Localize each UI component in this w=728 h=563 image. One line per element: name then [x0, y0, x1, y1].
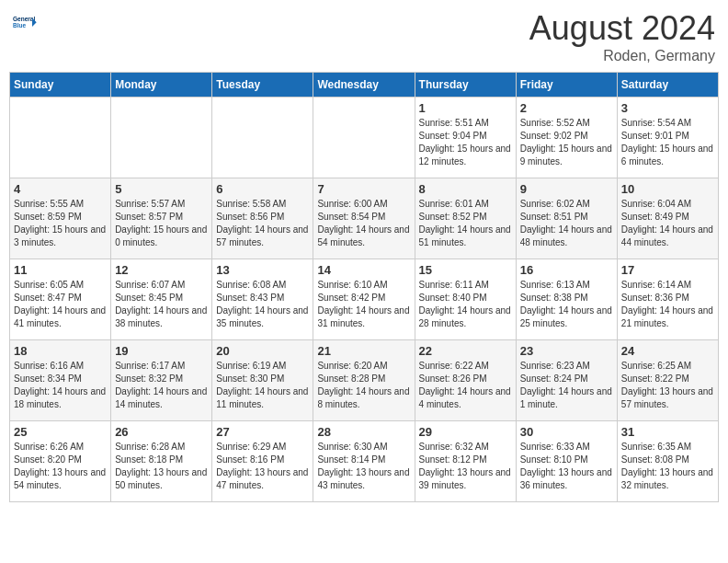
col-wednesday: Wednesday: [313, 73, 415, 98]
week-row-1: 1Sunrise: 5:51 AM Sunset: 9:04 PM Daylig…: [10, 98, 719, 178]
day-number: 19: [115, 344, 208, 358]
calendar-cell: 31Sunrise: 6:35 AM Sunset: 8:08 PM Dayli…: [617, 421, 718, 502]
day-info: Sunrise: 6:14 AM Sunset: 8:36 PM Dayligh…: [621, 279, 714, 330]
day-number: 23: [520, 344, 613, 358]
day-number: 3: [621, 101, 714, 115]
day-info: Sunrise: 6:08 AM Sunset: 8:43 PM Dayligh…: [216, 279, 309, 330]
day-info: Sunrise: 6:35 AM Sunset: 8:08 PM Dayligh…: [621, 441, 714, 492]
day-number: 18: [14, 344, 107, 358]
calendar-cell: 30Sunrise: 6:33 AM Sunset: 8:10 PM Dayli…: [516, 421, 617, 502]
day-info: Sunrise: 6:23 AM Sunset: 8:24 PM Dayligh…: [520, 360, 613, 411]
day-number: 2: [520, 101, 613, 115]
calendar-cell: 18Sunrise: 6:16 AM Sunset: 8:34 PM Dayli…: [10, 340, 111, 421]
day-number: 24: [621, 344, 714, 358]
calendar-cell: 6Sunrise: 5:58 AM Sunset: 8:56 PM Daylig…: [212, 178, 313, 259]
calendar-cell: 4Sunrise: 5:55 AM Sunset: 8:59 PM Daylig…: [10, 178, 111, 259]
calendar-cell: [111, 98, 212, 178]
day-info: Sunrise: 6:17 AM Sunset: 8:32 PM Dayligh…: [115, 360, 208, 411]
day-info: Sunrise: 6:25 AM Sunset: 8:22 PM Dayligh…: [621, 360, 714, 411]
day-info: Sunrise: 6:10 AM Sunset: 8:42 PM Dayligh…: [317, 279, 410, 330]
calendar-cell: 28Sunrise: 6:30 AM Sunset: 8:14 PM Dayli…: [313, 421, 415, 502]
day-info: Sunrise: 6:30 AM Sunset: 8:14 PM Dayligh…: [317, 441, 410, 492]
calendar-cell: 20Sunrise: 6:19 AM Sunset: 8:30 PM Dayli…: [212, 340, 313, 421]
day-info: Sunrise: 6:29 AM Sunset: 8:16 PM Dayligh…: [216, 441, 309, 492]
day-info: Sunrise: 5:54 AM Sunset: 9:01 PM Dayligh…: [621, 117, 714, 168]
day-info: Sunrise: 6:16 AM Sunset: 8:34 PM Dayligh…: [14, 360, 107, 411]
calendar-cell: 26Sunrise: 6:28 AM Sunset: 8:18 PM Dayli…: [111, 421, 212, 502]
calendar-cell: 17Sunrise: 6:14 AM Sunset: 8:36 PM Dayli…: [617, 259, 718, 340]
calendar-cell: 23Sunrise: 6:23 AM Sunset: 8:24 PM Dayli…: [516, 340, 617, 421]
week-row-4: 18Sunrise: 6:16 AM Sunset: 8:34 PM Dayli…: [10, 340, 719, 421]
calendar-cell: 14Sunrise: 6:10 AM Sunset: 8:42 PM Dayli…: [313, 259, 415, 340]
location-title: Roden, Germany: [529, 48, 715, 64]
calendar-cell: 3Sunrise: 5:54 AM Sunset: 9:01 PM Daylig…: [617, 98, 718, 178]
day-info: Sunrise: 5:55 AM Sunset: 8:59 PM Dayligh…: [14, 198, 107, 249]
calendar-cell: 9Sunrise: 6:02 AM Sunset: 8:51 PM Daylig…: [516, 178, 617, 259]
day-info: Sunrise: 6:00 AM Sunset: 8:54 PM Dayligh…: [317, 198, 410, 249]
week-row-2: 4Sunrise: 5:55 AM Sunset: 8:59 PM Daylig…: [10, 178, 719, 259]
calendar-cell: 19Sunrise: 6:17 AM Sunset: 8:32 PM Dayli…: [111, 340, 212, 421]
calendar-table: Sunday Monday Tuesday Wednesday Thursday…: [9, 72, 719, 502]
day-number: 6: [216, 182, 309, 196]
day-number: 22: [419, 344, 512, 358]
day-number: 21: [317, 344, 410, 358]
calendar-cell: 22Sunrise: 6:22 AM Sunset: 8:26 PM Dayli…: [415, 340, 516, 421]
day-number: 7: [317, 182, 410, 196]
calendar-cell: 5Sunrise: 5:57 AM Sunset: 8:57 PM Daylig…: [111, 178, 212, 259]
day-info: Sunrise: 5:51 AM Sunset: 9:04 PM Dayligh…: [419, 117, 512, 168]
day-info: Sunrise: 6:20 AM Sunset: 8:28 PM Dayligh…: [317, 360, 410, 411]
day-number: 14: [317, 263, 410, 277]
day-info: Sunrise: 6:26 AM Sunset: 8:20 PM Dayligh…: [14, 441, 107, 492]
day-number: 25: [14, 425, 107, 439]
day-number: 15: [419, 263, 512, 277]
calendar-cell: 12Sunrise: 6:07 AM Sunset: 8:45 PM Dayli…: [111, 259, 212, 340]
day-info: Sunrise: 6:02 AM Sunset: 8:51 PM Dayligh…: [520, 198, 613, 249]
day-number: 11: [14, 263, 107, 277]
day-number: 17: [621, 263, 714, 277]
calendar-cell: 21Sunrise: 6:20 AM Sunset: 8:28 PM Dayli…: [313, 340, 415, 421]
week-row-3: 11Sunrise: 6:05 AM Sunset: 8:47 PM Dayli…: [10, 259, 719, 340]
day-info: Sunrise: 6:04 AM Sunset: 8:49 PM Dayligh…: [621, 198, 714, 249]
calendar-cell: [212, 98, 313, 178]
day-info: Sunrise: 6:13 AM Sunset: 8:38 PM Dayligh…: [520, 279, 613, 330]
day-info: Sunrise: 5:58 AM Sunset: 8:56 PM Dayligh…: [216, 198, 309, 249]
day-number: 28: [317, 425, 410, 439]
month-title: August 2024: [529, 9, 715, 48]
calendar-cell: 16Sunrise: 6:13 AM Sunset: 8:38 PM Dayli…: [516, 259, 617, 340]
calendar-cell: [313, 98, 415, 178]
title-block: August 2024 Roden, Germany: [529, 9, 715, 64]
svg-text:Blue: Blue: [13, 22, 26, 29]
calendar-cell: 1Sunrise: 5:51 AM Sunset: 9:04 PM Daylig…: [415, 98, 516, 178]
header-row: Sunday Monday Tuesday Wednesday Thursday…: [10, 73, 719, 98]
col-monday: Monday: [111, 73, 212, 98]
day-info: Sunrise: 6:07 AM Sunset: 8:45 PM Dayligh…: [115, 279, 208, 330]
day-number: 27: [216, 425, 309, 439]
day-info: Sunrise: 6:01 AM Sunset: 8:52 PM Dayligh…: [419, 198, 512, 249]
calendar-cell: 10Sunrise: 6:04 AM Sunset: 8:49 PM Dayli…: [617, 178, 718, 259]
col-tuesday: Tuesday: [212, 73, 313, 98]
calendar-cell: 27Sunrise: 6:29 AM Sunset: 8:16 PM Dayli…: [212, 421, 313, 502]
day-number: 30: [520, 425, 613, 439]
col-saturday: Saturday: [617, 73, 718, 98]
calendar-cell: 2Sunrise: 5:52 AM Sunset: 9:02 PM Daylig…: [516, 98, 617, 178]
col-sunday: Sunday: [10, 73, 111, 98]
calendar-cell: 8Sunrise: 6:01 AM Sunset: 8:52 PM Daylig…: [415, 178, 516, 259]
calendar-cell: 7Sunrise: 6:00 AM Sunset: 8:54 PM Daylig…: [313, 178, 415, 259]
logo: GeneralBlue: [13, 9, 39, 35]
day-number: 5: [115, 182, 208, 196]
calendar-cell: 29Sunrise: 6:32 AM Sunset: 8:12 PM Dayli…: [415, 421, 516, 502]
day-number: 12: [115, 263, 208, 277]
day-info: Sunrise: 6:11 AM Sunset: 8:40 PM Dayligh…: [419, 279, 512, 330]
calendar-cell: 24Sunrise: 6:25 AM Sunset: 8:22 PM Dayli…: [617, 340, 718, 421]
day-number: 29: [419, 425, 512, 439]
week-row-5: 25Sunrise: 6:26 AM Sunset: 8:20 PM Dayli…: [10, 421, 719, 502]
day-number: 20: [216, 344, 309, 358]
day-info: Sunrise: 6:32 AM Sunset: 8:12 PM Dayligh…: [419, 441, 512, 492]
day-number: 1: [419, 101, 512, 115]
day-info: Sunrise: 6:33 AM Sunset: 8:10 PM Dayligh…: [520, 441, 613, 492]
calendar-cell: 25Sunrise: 6:26 AM Sunset: 8:20 PM Dayli…: [10, 421, 111, 502]
day-info: Sunrise: 6:19 AM Sunset: 8:30 PM Dayligh…: [216, 360, 309, 411]
day-number: 16: [520, 263, 613, 277]
calendar-cell: 15Sunrise: 6:11 AM Sunset: 8:40 PM Dayli…: [415, 259, 516, 340]
svg-text:General: General: [13, 16, 35, 22]
